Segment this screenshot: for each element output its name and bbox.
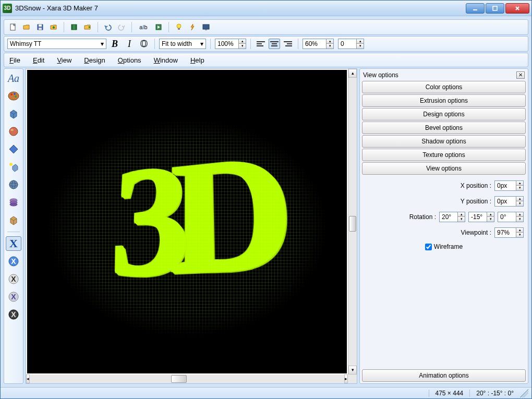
rotation-z-field[interactable]: ▴▾ xyxy=(498,212,524,222)
spin-up-icon[interactable]: ▴ xyxy=(516,197,523,201)
spin-up-icon[interactable]: ▴ xyxy=(326,39,333,44)
spin-up-icon[interactable]: ▴ xyxy=(356,39,364,44)
close-button[interactable] xyxy=(505,3,529,14)
align-center-button[interactable] xyxy=(269,39,280,49)
menu-edit[interactable]: Edit xyxy=(33,56,44,64)
rotation-z-input[interactable] xyxy=(498,212,516,222)
flash-icon[interactable] xyxy=(187,21,198,33)
animation-options-button[interactable]: Animation options xyxy=(362,369,526,382)
x-letter-tool-icon[interactable]: X xyxy=(6,236,21,251)
menu-file[interactable]: File xyxy=(9,56,20,64)
viewpoint-field[interactable]: ▴▾ xyxy=(494,227,524,238)
x-circle-1-icon[interactable]: X xyxy=(6,254,21,269)
spin-up-icon[interactable]: ▴ xyxy=(457,212,465,217)
spin-up-icon[interactable]: ▴ xyxy=(516,181,523,186)
menu-window[interactable]: Window xyxy=(154,56,178,64)
x-position-input[interactable] xyxy=(495,181,516,190)
spin-up-icon[interactable]: ▴ xyxy=(487,212,494,217)
kerning-field[interactable]: ▴▾ xyxy=(338,39,364,49)
vertical-scrollbar[interactable]: ▴ ▾ xyxy=(348,69,357,374)
spin-up-icon[interactable]: ▴ xyxy=(238,39,246,44)
y-position-input[interactable] xyxy=(495,197,516,206)
globe-icon[interactable] xyxy=(6,177,21,192)
x-circle-3-icon[interactable]: X xyxy=(6,289,21,304)
animate-icon[interactable] xyxy=(153,21,164,33)
spin-down-icon[interactable]: ▾ xyxy=(356,44,364,49)
texture-options-button[interactable]: Texture options xyxy=(362,149,526,161)
spin-down-icon[interactable]: ▾ xyxy=(516,201,523,206)
x-circle-2-icon[interactable]: X xyxy=(6,272,21,286)
align-left-button[interactable] xyxy=(255,39,267,49)
menu-options[interactable]: Options xyxy=(118,56,141,64)
kerning-input[interactable] xyxy=(338,39,356,49)
box-icon[interactable] xyxy=(6,213,21,227)
extrude-cube-icon[interactable] xyxy=(6,106,21,121)
design-options-button[interactable]: Design options xyxy=(362,108,526,120)
resize-grip-icon[interactable] xyxy=(520,389,528,397)
spin-down-icon[interactable]: ▾ xyxy=(238,44,246,49)
x-position-field[interactable]: ▴▾ xyxy=(494,180,524,191)
spin-down-icon[interactable]: ▾ xyxy=(516,233,523,237)
scroll-down-icon[interactable]: ▾ xyxy=(348,366,357,374)
extrusion-options-button[interactable]: Extrusion options xyxy=(362,94,526,107)
viewpoint-input[interactable] xyxy=(495,228,516,237)
bold-button[interactable]: B xyxy=(108,39,121,50)
stack-icon[interactable] xyxy=(6,195,21,210)
light-cube-icon[interactable] xyxy=(6,160,21,174)
export-movie-icon[interactable] xyxy=(68,21,80,33)
rotation-x-input[interactable] xyxy=(440,212,457,222)
scroll-left-icon[interactable]: ◂ xyxy=(26,374,30,383)
menu-help[interactable]: Help xyxy=(190,56,204,64)
minimize-button[interactable] xyxy=(466,3,485,14)
text-tool-icon[interactable]: Aa xyxy=(6,71,21,86)
menu-view[interactable]: View xyxy=(57,56,71,64)
spin-down-icon[interactable]: ▾ xyxy=(516,217,523,222)
color-options-button[interactable]: Color options xyxy=(362,81,526,93)
bevel-options-button[interactable]: Bevel options xyxy=(362,122,526,134)
outline-button[interactable]: O xyxy=(138,39,150,50)
horizontal-scrollbar[interactable]: ◂ ▸ xyxy=(26,374,348,383)
redo-icon[interactable] xyxy=(116,21,127,33)
panel-close-icon[interactable]: ✕ xyxy=(516,71,525,79)
maximize-button[interactable] xyxy=(486,3,504,14)
y-position-field[interactable]: ▴▾ xyxy=(494,196,524,207)
font-combo[interactable]: Whimsy TT ▾ xyxy=(7,39,106,49)
sphere-icon[interactable] xyxy=(6,124,21,139)
text-cursor-icon[interactable]: aIb xyxy=(136,21,151,33)
spin-up-icon[interactable]: ▴ xyxy=(516,212,523,217)
spin-up-icon[interactable]: ▴ xyxy=(516,228,523,233)
undo-icon[interactable] xyxy=(102,21,114,33)
save-icon[interactable] xyxy=(34,21,46,33)
rotation-y-field[interactable]: ▴▾ xyxy=(468,212,494,222)
new-icon[interactable] xyxy=(7,21,19,33)
spin-down-icon[interactable]: ▾ xyxy=(516,186,523,190)
spin-down-icon[interactable]: ▾ xyxy=(457,217,465,222)
scroll-track[interactable] xyxy=(30,374,344,383)
shadow-options-button[interactable]: Shadow options xyxy=(362,135,526,148)
zoom-input[interactable] xyxy=(215,39,238,49)
scroll-right-icon[interactable]: ▸ xyxy=(344,374,348,383)
bevel-diamond-icon[interactable] xyxy=(6,142,21,156)
rotation-y-input[interactable] xyxy=(469,212,487,222)
menu-design[interactable]: Design xyxy=(84,56,105,64)
3d-canvas[interactable]: 3D xyxy=(27,70,347,373)
scroll-up-icon[interactable]: ▴ xyxy=(348,69,357,78)
light-bulb-icon[interactable] xyxy=(173,21,185,33)
align-right-button[interactable] xyxy=(282,39,294,49)
spin-down-icon[interactable]: ▾ xyxy=(487,217,494,222)
zoom-field[interactable]: ▴▾ xyxy=(215,39,246,49)
fit-mode-combo[interactable]: Fit to width ▾ xyxy=(159,39,206,49)
open-icon[interactable] xyxy=(21,21,32,33)
palette-icon[interactable] xyxy=(6,89,21,103)
export-image-icon[interactable] xyxy=(82,21,93,33)
screensaver-icon[interactable] xyxy=(200,21,212,33)
wireframe-checkbox[interactable] xyxy=(425,244,432,250)
spin-down-icon[interactable]: ▾ xyxy=(326,44,333,49)
view-options-button[interactable]: View options xyxy=(362,162,526,175)
scroll-thumb[interactable] xyxy=(171,375,187,383)
aspect-input[interactable] xyxy=(303,39,326,49)
scroll-thumb[interactable] xyxy=(349,216,356,232)
aspect-field[interactable]: ▴▾ xyxy=(303,39,334,49)
x-circle-4-icon[interactable]: X xyxy=(6,307,21,322)
import-icon[interactable] xyxy=(48,21,59,33)
